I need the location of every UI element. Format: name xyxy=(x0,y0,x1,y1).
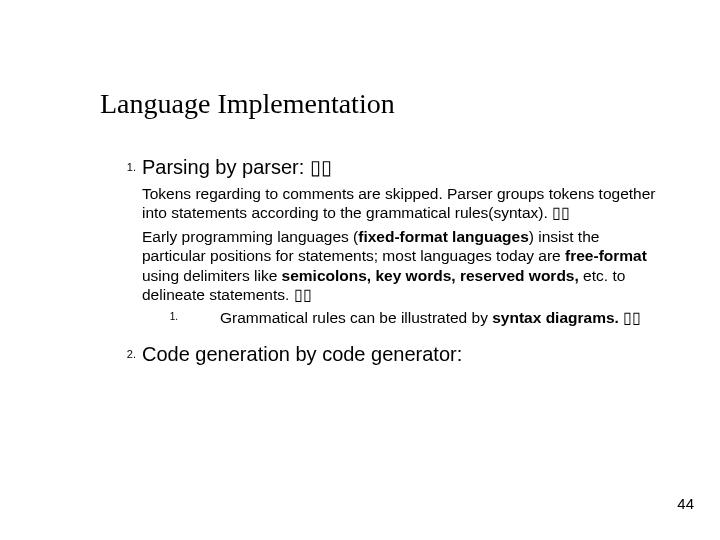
sub-list-number: 1. xyxy=(142,308,184,322)
text-run: Early programming languages ( xyxy=(142,228,358,245)
text-run: using delimiters like xyxy=(142,267,282,284)
list-body: Code generation by code generator: xyxy=(142,342,660,367)
content-area: 1. Parsing by parser: ▯▯ Tokens regardin… xyxy=(100,155,660,371)
slide-title: Language Implementation xyxy=(100,88,395,120)
item-heading: Parsing by parser: ▯▯ xyxy=(142,155,660,180)
list-body: Parsing by parser: ▯▯ Tokens regarding t… xyxy=(142,155,660,328)
sub-list-item: 1. Grammatical rules can be illustrated … xyxy=(142,308,660,327)
text-run: ▯▯ xyxy=(619,309,641,326)
item-heading: Code generation by code generator: xyxy=(142,342,660,367)
bold-run: semicolons, key words, reserved words, xyxy=(282,267,579,284)
text-run: Grammatical rules can be illustrated by xyxy=(220,309,492,326)
bold-run: free-format xyxy=(565,247,647,264)
bold-run: syntax diagrams. xyxy=(492,309,619,326)
list-number: 2. xyxy=(100,342,142,360)
list-item: 1. Parsing by parser: ▯▯ Tokens regardin… xyxy=(100,155,660,328)
paragraph: Early programming languages (fixed-forma… xyxy=(142,227,660,305)
slide: Language Implementation 1. Parsing by pa… xyxy=(0,0,720,540)
slide-number: 44 xyxy=(677,495,694,512)
bold-run: fixed-format languages xyxy=(358,228,529,245)
list-item: 2. Code generation by code generator: xyxy=(100,342,660,367)
list-number: 1. xyxy=(100,155,142,173)
sub-list-body: Grammatical rules can be illustrated by … xyxy=(184,308,660,327)
paragraph: Tokens regarding to comments are skipped… xyxy=(142,184,660,223)
